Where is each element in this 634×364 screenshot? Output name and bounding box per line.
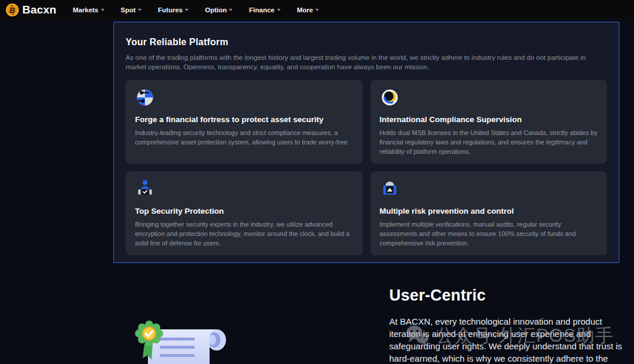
svg-text:B: B [9,5,15,14]
card-description: Implement multiple verifications, manual… [380,220,598,248]
nav-item-label: More [297,6,313,14]
panel-subtitle: As one of the trading platforms with the… [126,53,607,72]
nav-item-option[interactable]: Option [197,0,241,20]
card-title: Forge a financial fortress to protect as… [135,115,353,124]
feature-card-top-security: Top Security Protection Bringing togethe… [126,171,363,255]
risk-lock-icon [380,179,400,199]
chevron-down-icon [138,9,141,11]
card-title: Multiple risk prevention and control [380,207,598,215]
panel-title: Your Reliable Platform [126,37,607,48]
card-title: International Compliance Supervision [380,115,598,124]
feature-card-compliance: International Compliance Supervision Hol… [370,80,608,164]
nav-item-markets[interactable]: Markets [65,0,112,20]
nav-item-label: Futures [158,6,183,14]
nav-item-label: Markets [73,6,98,14]
nav-item-futures[interactable]: Futures [150,0,197,20]
chevron-down-icon [315,9,319,11]
chevron-down-icon [101,9,104,11]
reliable-platform-panel: Your Reliable Platform As one of the tra… [113,22,619,263]
feature-card-grid: Forge a financial fortress to protect as… [122,80,611,255]
user-centric-paragraph: At BACXN, every technological innovation… [389,315,625,364]
chevron-down-icon [229,9,232,11]
nav-item-finance[interactable]: Finance [241,0,288,20]
brand-name: Bacxn [22,4,56,16]
feature-card-risk-control: Multiple risk prevention and control Imp… [370,171,608,255]
compliance-globe-icon [380,87,400,107]
bitcoin-logo-icon: B [6,4,19,16]
certificate-illustration [134,320,238,364]
nav-item-label: Finance [249,6,274,14]
security-expert-icon [135,179,155,199]
pie-network-icon [135,87,155,107]
card-title: Top Security Protection [135,207,353,215]
nav-item-more[interactable]: More [289,0,327,20]
nav-item-label: Spot [121,6,136,14]
chevron-down-icon [277,9,281,11]
feature-card-asset-security: Forge a financial fortress to protect as… [126,80,363,164]
brand-logo[interactable]: B Bacxn [6,4,56,16]
card-description: Bringing together security experts in th… [135,220,353,248]
nav-item-spot[interactable]: Spot [113,0,150,20]
user-centric-section: User-Centric At BACXN, every technologic… [389,287,625,364]
user-centric-title: User-Centric [389,287,625,305]
card-description: Holds dual MSB licenses in the United St… [380,128,598,156]
chevron-down-icon [185,9,188,11]
nav-item-label: Option [205,6,227,14]
top-nav: B Bacxn Markets Spot Futures Option Fina… [0,0,634,20]
card-description: Industry-leading security technology and… [135,128,353,147]
